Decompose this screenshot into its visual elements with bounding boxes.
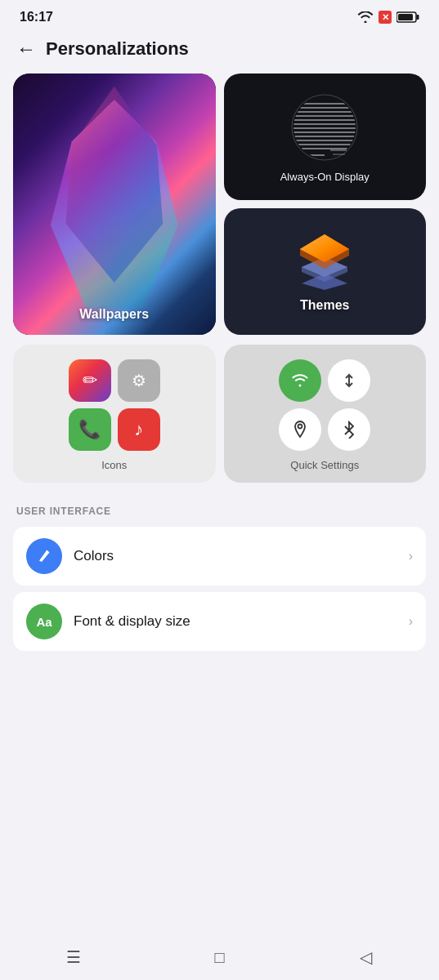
svg-rect-4 [398,14,413,20]
nav-menu-button[interactable]: ☰ [53,942,94,972]
themes-label: Themes [300,298,349,313]
header: ← Personalizations [0,31,439,74]
font-icon-text: Aa [36,615,52,629]
qs-wifi-btn [279,359,321,402]
svg-point-6 [293,96,356,158]
status-time: 16:17 [20,10,53,24]
nav-home-button[interactable]: □ [199,942,240,972]
settings-app-icon: ⚙ [118,359,160,402]
aod-graphic [288,91,361,164]
bottom-nav: ☰ □ ◁ [0,938,439,980]
top-grid: Wallpapers [0,74,439,345]
status-icons: ✕ [357,11,419,24]
qs-bluetooth-btn [328,408,370,451]
tile-aod[interactable]: Always-On Display [224,74,427,200]
tile-icons[interactable]: ✏ ⚙ 📞 ♪ Icons [13,345,216,483]
phone-app-icon: 📞 [69,408,111,451]
qs-grid [279,359,370,451]
icons-grid: ✏ ⚙ 📞 ♪ [69,359,160,451]
svg-rect-3 [417,15,419,20]
tile-wallpapers[interactable]: Wallpapers [13,74,216,335]
themes-graphic [292,231,357,288]
paint-app-icon: ✏ [69,359,111,402]
wallpapers-label: Wallpapers [13,307,216,322]
page-title: Personalizations [46,38,189,60]
font-label: Font & display size [74,613,409,630]
aod-label: Always-On Display [274,171,376,183]
svg-line-33 [345,430,349,434]
tile-themes[interactable]: Themes [224,208,427,335]
svg-point-5 [292,95,357,160]
section-header: USER INTERFACE [0,499,439,527]
font-icon: Aa [26,604,62,639]
back-button[interactable]: ← [16,38,36,60]
font-chevron: › [409,614,413,629]
colors-label: Colors [74,548,409,564]
colors-chevron: › [409,549,413,564]
no-sim-icon: ✕ [379,11,392,24]
qs-signal-btn [328,359,370,402]
colors-icon [26,538,62,574]
bottom-grid: ✏ ⚙ 📞 ♪ Icons [0,345,439,499]
tile-quick-settings[interactable]: Quick Settings [224,345,427,483]
icons-label: Icons [101,459,127,471]
svg-text:✕: ✕ [382,12,389,22]
font-setting-row[interactable]: Aa Font & display size › [13,592,426,651]
qs-location-btn [279,408,321,451]
music-app-icon: ♪ [118,408,160,451]
qs-label: Quick Settings [290,459,359,471]
colors-setting-row[interactable]: Colors › [13,527,426,586]
wifi-icon [357,11,374,23]
status-bar: 16:17 ✕ [0,0,439,31]
nav-back-button[interactable]: ◁ [346,942,387,972]
svg-point-31 [298,425,302,429]
battery-icon [396,11,419,23]
